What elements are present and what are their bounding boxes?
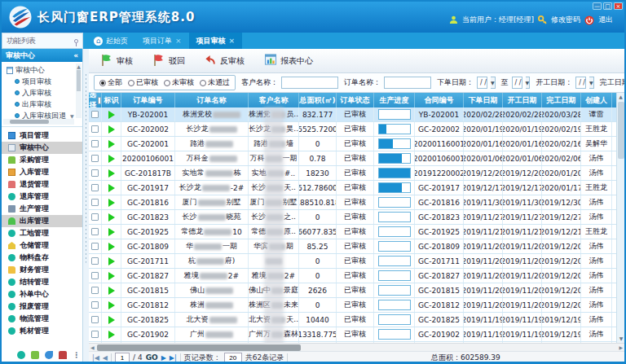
row-select-cell[interactable] (89, 137, 102, 151)
select-all-checkbox[interactable] (98, 97, 101, 104)
sidebar-item-仓储管理[interactable]: 仓储管理 (2, 239, 82, 252)
row-checkbox[interactable] (91, 331, 99, 338)
column-header-客户名称[interactable]: 客户名称 (249, 93, 299, 107)
sidebar-item-出库管理[interactable]: 出库管理 (2, 215, 82, 227)
tree-horizontal-scrollbar[interactable] (3, 119, 74, 125)
start-date-dropdown-icon[interactable]: ▼ (589, 77, 594, 89)
tree-item-出库审核[interactable]: 出库审核 (7, 99, 74, 110)
row-select-cell[interactable] (89, 225, 102, 239)
row-select-cell[interactable] (89, 283, 102, 297)
toolbar-button-驳回[interactable]: 驳回 (149, 51, 188, 71)
logout-link[interactable]: 退出 (598, 15, 613, 25)
row-checkbox[interactable] (91, 111, 99, 118)
column-header-订单状态[interactable]: 订单状态 (337, 93, 374, 107)
go-button[interactable]: GO (146, 353, 158, 362)
row-checkbox[interactable] (91, 243, 99, 250)
tab-项目审核[interactable]: 项目审核× (189, 33, 243, 49)
tree-root-audit-center[interactable]: 审核中心 (7, 64, 74, 76)
order-date-to-dropdown-icon[interactable]: ▼ (526, 77, 531, 89)
more-icon[interactable]: ⋮ (73, 351, 76, 359)
next-page-button[interactable]: ▶ (161, 354, 166, 362)
row-checkbox[interactable] (91, 184, 99, 191)
row-checkbox[interactable] (91, 140, 99, 147)
radio-未审核[interactable]: 未审核 (164, 77, 194, 88)
radio-已审核[interactable]: 已审核 (128, 77, 158, 88)
radio-全部[interactable]: 全部 (99, 77, 122, 88)
row-checkbox[interactable] (91, 228, 99, 235)
sidebar-item-采购管理[interactable]: 采购管理 (2, 154, 82, 166)
row-select-cell[interactable] (89, 210, 102, 224)
row-checkbox[interactable] (91, 213, 99, 221)
power-icon[interactable] (584, 15, 594, 25)
last-page-button[interactable]: ▶| (170, 354, 177, 362)
sidebar-item-报废管理[interactable]: 报废管理 (2, 300, 82, 313)
row-checkbox[interactable] (91, 125, 99, 133)
table-row[interactable]: GC-201827雅境2#雅境2#0已审核GC-2018272019/11/20… (89, 269, 624, 283)
table-row[interactable]: GC-201809华一期华滨期85.25已审核GC-2018092019/11/… (89, 239, 624, 254)
row-select-cell[interactable] (89, 269, 102, 283)
column-header-合同编号[interactable]: 合同编号 (415, 93, 464, 107)
row-select-cell[interactable] (89, 122, 102, 136)
table-row[interactable]: GC-202002长沙龙长沙龙昊..65525.7200..已审核GC-2020… (89, 122, 624, 137)
table-row[interactable]: GC-201917长沙龙-2#长沙天..8512.78600..已审核GC-20… (89, 181, 624, 195)
row-select-cell[interactable] (89, 151, 102, 165)
sidebar-item-补单中心[interactable]: 补单中心 (2, 288, 82, 300)
row-checkbox[interactable] (91, 257, 99, 265)
column-header-总面积(㎡)[interactable]: 总面积(㎡) (299, 93, 337, 107)
status-dot-icon[interactable] (17, 351, 25, 359)
row-select-cell[interactable] (89, 195, 102, 209)
column-header-下单日期[interactable]: 下单日期 (464, 93, 503, 107)
row-checkbox[interactable] (91, 316, 99, 323)
toolbar-button-审核[interactable]: 审核 (97, 51, 136, 71)
row-select-cell[interactable] (89, 254, 102, 268)
row-checkbox[interactable] (91, 155, 99, 162)
page-size-input[interactable] (224, 353, 242, 362)
column-header-开工日期[interactable]: 开工日期 (503, 93, 542, 107)
sidebar-section-header[interactable]: 审核中心 « (2, 49, 82, 62)
row-checkbox[interactable] (91, 301, 99, 309)
row-select-cell[interactable] (89, 107, 102, 121)
table-row[interactable]: GC-201815佛山佛山中景庭2626已审核GC-2018152019/11/… (89, 283, 624, 298)
column-header-订单编号[interactable]: 订单编号 (121, 93, 175, 107)
tab-close-icon[interactable]: × (175, 37, 182, 45)
toolbar-button-反审核[interactable]: 反审核 (201, 52, 248, 70)
row-select-cell[interactable] (89, 313, 102, 327)
maximize-button[interactable]: □ (603, 2, 612, 10)
sidebar-item-退货管理[interactable]: 退货管理 (2, 178, 82, 191)
prev-page-button[interactable]: ◀ (103, 354, 108, 362)
table-row[interactable]: GC-201812株洲株洲区未来0已审核GC-2018122019/11/202… (89, 298, 624, 313)
tab-起始页[interactable]: ⌂起始页 (86, 33, 135, 49)
table-row[interactable]: GC-201825北大资北大资天..10440已审核GC-2018252019/… (89, 313, 624, 327)
table-row[interactable]: YB-202001株洲党校株洲党员..832.177已审核YB-20200120… (89, 107, 624, 122)
order-date-from-input[interactable]: / / (477, 77, 487, 89)
row-checkbox[interactable] (91, 199, 99, 206)
sidebar-item-项目管理[interactable]: 项目管理 (2, 129, 82, 142)
table-row[interactable]: GC-201902广州广州万森林13318.775已审核GC-201902201… (89, 327, 624, 342)
first-page-button[interactable]: |◀ (92, 354, 99, 362)
sidebar-item-退库管理[interactable]: 退库管理 (2, 191, 82, 203)
tab-close-icon[interactable]: × (229, 37, 236, 45)
row-checkbox[interactable] (91, 272, 99, 279)
customer-name-input[interactable] (281, 77, 338, 89)
order-name-input[interactable] (384, 77, 431, 89)
sidebar-item-审核中心[interactable]: 审核中心 (2, 142, 82, 154)
swirl-icon[interactable] (45, 351, 53, 359)
table-row[interactable]: GC-202001路港路港墙0已审核202001160012020/01/162… (89, 137, 624, 151)
sidebar-item-财务管理[interactable]: 财务管理 (2, 264, 82, 276)
column-header-订单名称[interactable]: 订单名称 (175, 93, 249, 107)
column-header-完工日期[interactable]: 完工日期 (542, 93, 581, 107)
tree-item-入库审核[interactable]: 入库审核 (7, 87, 74, 99)
radio-未通过[interactable]: 未通过 (200, 77, 230, 88)
horizontal-scroll-thumb[interactable] (97, 344, 301, 351)
row-select-cell[interactable] (89, 239, 102, 253)
close-button[interactable]: × (614, 2, 623, 10)
scroll-up-icon[interactable]: ▲ (617, 93, 624, 101)
collapse-icon[interactable]: « (73, 51, 78, 59)
row-checkbox[interactable] (91, 169, 99, 177)
scroll-right-icon[interactable]: ▶ (619, 344, 623, 350)
column-header-标识[interactable]: 标识 (102, 93, 121, 107)
tree-vertical-scrollbar[interactable]: ▲ (76, 64, 82, 118)
table-row[interactable]: GC-201711杭府)0已审核GC-2017112019/11/202019/… (89, 254, 624, 269)
column-header-生产进度[interactable]: 生产进度 (374, 93, 415, 107)
row-select-cell[interactable] (89, 327, 102, 341)
